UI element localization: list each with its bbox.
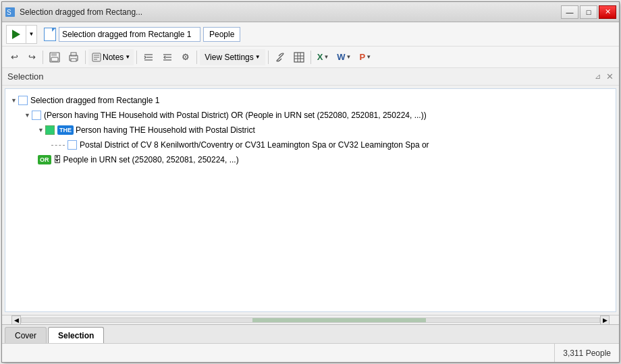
node-label: (Person having THE Household with Postal… [44, 111, 427, 120]
pin-button[interactable]: ⊿ [595, 72, 601, 81]
svg-rect-19 [294, 53, 304, 62]
word-export-button[interactable]: W ▼ [333, 49, 354, 65]
separator1 [43, 51, 43, 64]
ppt-dropdown-icon: ▼ [366, 54, 371, 60]
excel-export-button[interactable]: X ▼ [314, 49, 333, 65]
minimize-button[interactable]: — [561, 5, 578, 19]
separator5 [268, 51, 269, 64]
svg-text:S: S [7, 9, 11, 16]
play-dropdown-button[interactable]: ▼ [26, 25, 37, 44]
view-settings-label: View Settings [205, 53, 254, 62]
dashed-connector-icon [51, 145, 65, 146]
scroll-thumb[interactable] [252, 318, 426, 322]
window-title: Selection dragged from Rectang... [20, 7, 560, 17]
link-button[interactable] [271, 49, 289, 65]
the-badge: THE [57, 125, 74, 135]
print-button[interactable] [65, 49, 82, 65]
section-header: Selection ⊿ ✕ [2, 68, 619, 86]
link-icon [275, 52, 286, 63]
node-icon [68, 140, 77, 150]
tab-cover[interactable]: Cover [5, 327, 47, 343]
ppt-icon: P [360, 52, 366, 62]
expand-arrow-icon: ▼ [38, 127, 44, 133]
node-label: People in URN set (252080, 252081, 25022… [63, 155, 239, 164]
excel-dropdown-icon: ▼ [323, 54, 329, 60]
save-button[interactable] [46, 49, 63, 65]
indent-icon [143, 52, 154, 63]
redo-button[interactable]: ↪ [24, 49, 40, 65]
status-bar: 3,311 People [2, 343, 619, 362]
section-title: Selection [7, 71, 43, 82]
node-label: Selection dragged from Rectangle 1 [30, 96, 159, 105]
play-button[interactable] [6, 25, 26, 44]
horizontal-scrollbar[interactable]: ◀ ▶ [2, 315, 619, 324]
tree-content: ▼ Selection dragged from Rectangle 1 ▼ (… [5, 89, 616, 171]
print-icon [68, 52, 79, 63]
or-badge: OR [38, 155, 51, 164]
tree-area[interactable]: ▼ Selection dragged from Rectangle 1 ▼ (… [5, 88, 616, 312]
main-window: S Selection dragged from Rectang... — □ … [1, 1, 620, 363]
tree-row[interactable]: ▼ (Person having THE Household with Post… [8, 108, 613, 123]
word-icon: W [337, 52, 345, 62]
expand-arrow-icon: ▼ [24, 112, 30, 119]
scroll-track[interactable] [21, 317, 600, 323]
scroll-left-button[interactable]: ◀ [11, 315, 21, 325]
document-icon [44, 28, 56, 41]
notes-button[interactable]: Notes ▼ [88, 49, 134, 65]
table-button[interactable] [290, 49, 308, 65]
tab-bar: Cover Selection [2, 324, 619, 343]
node-icon [18, 96, 28, 105]
close-button[interactable]: ✕ [599, 5, 616, 19]
ppt-export-button[interactable]: P ▼ [356, 49, 375, 65]
app-icon: S [5, 7, 16, 18]
tree-row[interactable]: OR 🗄 People in URN set (252080, 252081, … [8, 152, 613, 167]
section-close-button[interactable]: ✕ [606, 71, 614, 82]
expand-arrow-icon: ▼ [11, 97, 17, 104]
indent-button[interactable] [140, 49, 157, 65]
notes-label: Notes [103, 53, 124, 62]
save-icon [49, 52, 60, 63]
outdent-icon [162, 52, 173, 63]
node-label: Postal District of CV 8 Kenilworth/Coven… [80, 140, 429, 150]
separator3 [136, 51, 137, 64]
settings-button[interactable]: ⚙ [178, 49, 194, 65]
svg-rect-7 [71, 59, 76, 61]
tree-row[interactable]: ▼ Selection dragged from Rectangle 1 [8, 93, 613, 108]
tab-selection-label: Selection [58, 331, 94, 340]
word-dropdown-icon: ▼ [346, 54, 352, 60]
selection-title-input[interactable] [59, 27, 200, 42]
notes-icon [92, 53, 101, 62]
tree-row[interactable]: Postal District of CV 8 Kenilworth/Coven… [8, 138, 613, 152]
status-count: 3,311 People [555, 348, 619, 358]
tab-cover-label: Cover [15, 331, 36, 340]
node-label: Person having THE Household with Postal … [76, 125, 255, 135]
tab-selection[interactable]: Selection [48, 327, 104, 343]
svg-rect-3 [51, 53, 57, 56]
outdent-button[interactable] [159, 49, 176, 65]
separator2 [85, 51, 86, 64]
svg-line-18 [279, 56, 281, 59]
title-bar: S Selection dragged from Rectang... — □ … [2, 2, 619, 22]
play-triangle-icon [12, 30, 20, 39]
view-settings-button[interactable]: View Settings ▼ [200, 49, 265, 65]
node-green-icon [45, 125, 55, 135]
toolbar-row2: ↩ ↪ Notes [2, 47, 619, 68]
separator4 [196, 51, 197, 64]
excel-icon: X [317, 52, 323, 62]
maximize-button[interactable]: □ [580, 5, 597, 19]
svg-rect-4 [51, 57, 58, 61]
table-icon [294, 52, 304, 63]
toolbar-row1: ▼ People [2, 22, 619, 47]
people-button[interactable]: People [203, 27, 240, 42]
tree-row[interactable]: ▼ THE Person having THE Household with P… [8, 123, 613, 138]
node-icon [32, 111, 41, 120]
scroll-right-button[interactable]: ▶ [600, 315, 610, 325]
status-left-area [2, 344, 555, 362]
view-settings-arrow-icon: ▼ [255, 54, 261, 60]
undo-button[interactable]: ↩ [6, 49, 22, 65]
separator6 [310, 51, 311, 64]
notes-dropdown-icon: ▼ [125, 54, 130, 60]
db-icon: 🗄 [53, 155, 61, 164]
